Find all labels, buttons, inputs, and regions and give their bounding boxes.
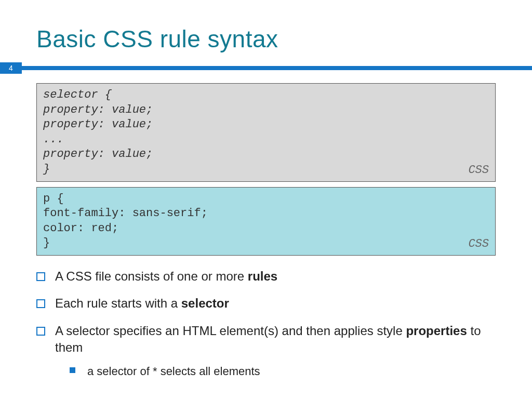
header-stripe: 4 — [0, 62, 532, 74]
code-example-text: p { font-family: sans-serif; color: red;… — [43, 192, 208, 250]
code-template-text: selector { property: value; property: va… — [43, 88, 153, 176]
bullet-item: A CSS file consists of one or more rules — [36, 268, 496, 285]
content-area: selector { property: value; property: va… — [0, 83, 532, 379]
bullet-text-pre: A CSS file consists of one or more — [55, 269, 248, 283]
code-example-box: p { font-family: sans-serif; color: red;… — [36, 187, 496, 256]
code-example-label: CSS — [468, 237, 489, 252]
bullet-text-pre: A selector specifies an HTML element(s) … — [55, 324, 406, 338]
page-number: 4 — [0, 62, 22, 74]
bullet-item: Each rule starts with a selector — [36, 295, 496, 312]
bullet-item: A selector specifies an HTML element(s) … — [36, 323, 496, 379]
sub-bullet-list: a selector of * selects all elements — [55, 364, 496, 379]
slide-title: Basic CSS rule syntax — [0, 0, 532, 62]
sub-bullet-item: a selector of * selects all elements — [70, 364, 496, 379]
code-template-label: CSS — [468, 163, 489, 178]
code-template-box: selector { property: value; property: va… — [36, 83, 496, 182]
slide: Basic CSS rule syntax 4 selector { prope… — [0, 0, 532, 399]
bullet-list: A CSS file consists of one or more rules… — [36, 268, 496, 379]
bullet-text-bold: properties — [406, 324, 467, 338]
stripe-bar — [22, 66, 532, 70]
bullet-text-pre: Each rule starts with a — [55, 296, 181, 310]
bullet-text-bold: rules — [248, 269, 277, 283]
bullet-text-bold: selector — [181, 296, 229, 310]
